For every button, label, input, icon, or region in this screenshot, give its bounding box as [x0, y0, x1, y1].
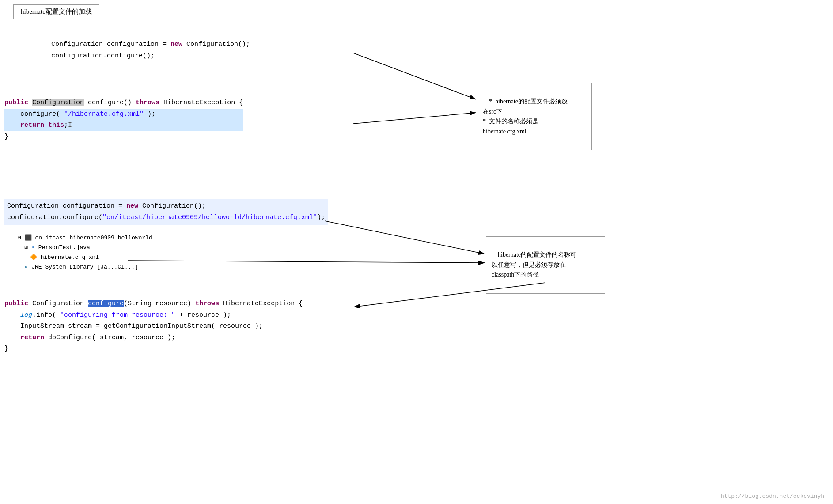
code-line: Configuration configuration = new Config…: [7, 201, 325, 212]
file-tree-item: ⊟ ⬛ cn.itcast.hibernate0909.helloworld: [18, 233, 152, 243]
file-tree-item: 🔶 hibernate.cfg.xml: [18, 253, 152, 262]
section2-code: public Configuration configure() throws …: [4, 97, 243, 142]
code-line: configuration.configure("cn/itcast/hiber…: [7, 212, 325, 224]
section5-code: public Configuration configure(String re…: [4, 298, 303, 355]
watermark-text: http://blog.csdn.net/cckevinyh: [721, 493, 824, 500]
file-tree-item: ⊞ ▪ PersonTest.java: [18, 243, 152, 253]
svg-line-1: [353, 113, 476, 124]
svg-line-3: [128, 261, 485, 263]
code-line: return doConfigure( stream, resource );: [4, 332, 303, 344]
svg-line-0: [353, 53, 476, 99]
title-text: hibernate配置文件的加载: [21, 8, 92, 15]
code-line: InputStream stream = getConfigurationInp…: [4, 321, 303, 332]
svg-line-2: [325, 221, 485, 254]
code-line: }: [4, 343, 303, 355]
annotation-box-1: * hibernate的配置文件必须放 在src下 * 文件的名称必须是 hib…: [477, 83, 592, 150]
annotation2-text: hibernate的配置文件的名称可 以任意写，但是必须存放在 classpat…: [492, 251, 576, 278]
code-line-highlighted: return this;I: [4, 120, 243, 131]
code-line: public Configuration configure(String re…: [4, 298, 303, 310]
annotation-box-2: hibernate的配置文件的名称可 以任意写，但是必须存放在 classpat…: [486, 236, 605, 294]
code-line: log.info( "configuring from resource: " …: [4, 310, 303, 321]
section1-code: Configuration configuration = new Config…: [35, 39, 250, 61]
watermark: http://blog.csdn.net/cckevinyh: [721, 493, 824, 500]
code-line: }: [4, 131, 243, 143]
code-line: public Configuration configure() throws …: [4, 97, 243, 109]
code-line: Configuration configuration = new Config…: [35, 39, 250, 50]
code-line: configuration.configure();: [35, 50, 250, 62]
title-box: hibernate配置文件的加载: [13, 4, 99, 19]
file-tree: ⊟ ⬛ cn.itcast.hibernate0909.helloworld ⊞…: [18, 233, 152, 272]
page-container: hibernate配置文件的加载 Configuration configura…: [0, 0, 833, 504]
file-tree-item: ▸ JRE System Library [Ja...Cl...]: [18, 262, 152, 272]
annotation1-text: * hibernate的配置文件必须放 在src下 * 文件的名称必须是 hib…: [483, 98, 568, 134]
section3-code: Configuration configuration = new Config…: [4, 199, 328, 225]
code-line-highlighted: configure( "/hibernate.cfg.xml" );: [4, 109, 243, 120]
